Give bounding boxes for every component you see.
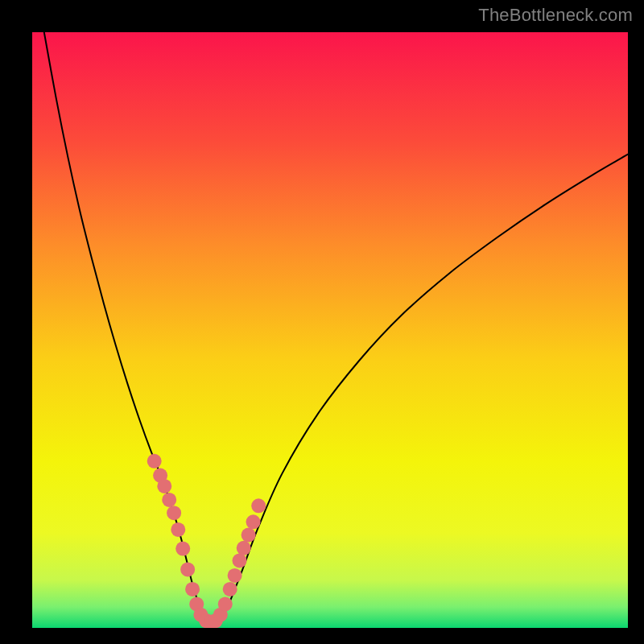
marker-dot: [167, 506, 181, 520]
marker-dot: [171, 522, 185, 537]
marker-dot: [162, 493, 176, 507]
marker-dot: [228, 568, 242, 583]
marker-dot: [237, 541, 251, 555]
watermark-label: TheBottleneck.com: [478, 5, 633, 26]
chart-svg: [32, 32, 628, 628]
marker-dot: [147, 454, 162, 469]
marker-dot: [233, 553, 247, 568]
marker-dot: [246, 514, 261, 529]
marker-dot: [218, 597, 233, 611]
marker-dot: [185, 582, 200, 597]
marker-dot: [180, 562, 195, 576]
plot-area: [32, 32, 628, 628]
marker-dot: [175, 542, 190, 556]
marker-dot: [251, 498, 266, 513]
plot-background: [32, 32, 628, 628]
marker-dot: [242, 528, 256, 543]
marker-dot: [157, 479, 171, 493]
marker-dot: [223, 582, 237, 597]
chart-frame: TheBottleneck.com: [0, 0, 644, 644]
